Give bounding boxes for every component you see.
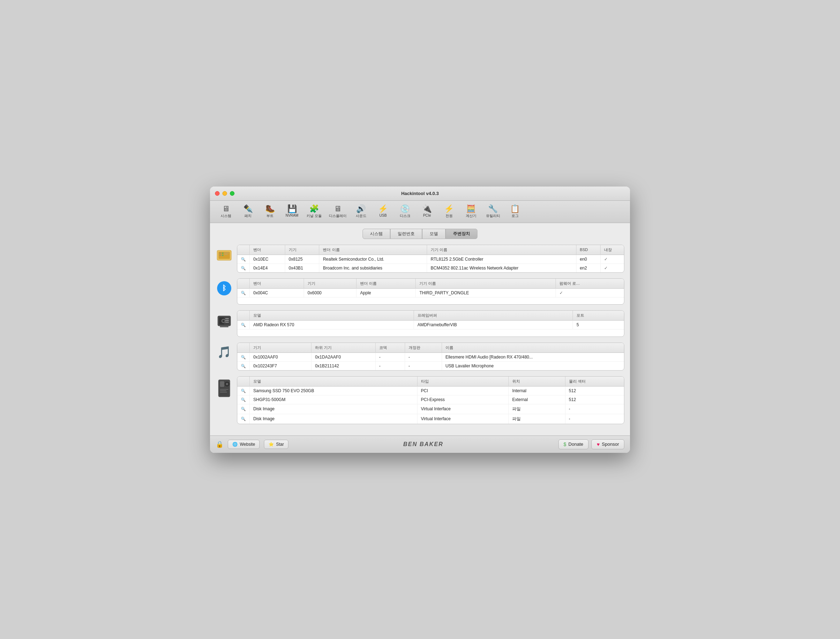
toolbar-item-kernel[interactable]: 🧩 키널 모듈 bbox=[304, 203, 325, 220]
network-col-devicename: 기기 이름 bbox=[427, 245, 576, 255]
table-row: 🔍 Samsung SSD 750 EVO 250GB PCI Internal… bbox=[237, 386, 624, 395]
network-col-vendorname: 벤더 이름 bbox=[319, 245, 427, 255]
device-cell: 0x8125 bbox=[285, 254, 319, 264]
bt-col-devicename: 기기 이름 bbox=[416, 279, 555, 289]
search-cell[interactable]: 🔍 bbox=[237, 395, 250, 404]
audio-icon: 🎵 bbox=[216, 345, 233, 359]
close-button[interactable] bbox=[215, 191, 220, 196]
gpu-col-model: 모델 bbox=[250, 311, 414, 321]
toolbar-item-sound[interactable]: 🔊 사운드 bbox=[351, 203, 371, 220]
storage-table-container: 모델 타입 위치 물리 섹터 🔍 Samsung SSD 750 EVO 250… bbox=[237, 376, 624, 424]
search-cell[interactable]: 🔍 bbox=[237, 254, 250, 264]
firmware-cell: ✓ bbox=[555, 288, 624, 297]
toolbar-item-system[interactable]: 🖥 시스템 bbox=[216, 203, 236, 220]
bt-col-search bbox=[237, 279, 250, 289]
bt-col-vendor: 벤더 bbox=[250, 279, 304, 289]
search-cell[interactable]: 🔍 bbox=[237, 321, 250, 329]
tab-system[interactable]: 시스템 bbox=[363, 229, 390, 239]
toolbar-item-usb[interactable]: ⚡ USB bbox=[373, 203, 393, 220]
search-cell[interactable]: 🔍 bbox=[237, 361, 250, 370]
location-cell: Internal bbox=[508, 386, 565, 395]
titlebar: Hackintool v4.0.3 bbox=[210, 186, 630, 201]
toolbar-item-display[interactable]: 🖥 디스플레이 bbox=[326, 203, 349, 220]
bluetooth-section: ᛒ 벤더 기기 벤더 이름 기기 이름 펌웨어 로… bbox=[216, 278, 624, 305]
audio-col-search bbox=[237, 343, 250, 353]
minimize-button[interactable] bbox=[223, 191, 227, 196]
devicename-cell: RTL8125 2.5GbE Controller bbox=[427, 254, 576, 264]
toolbar-item-disk[interactable]: 💿 디스크 bbox=[395, 203, 415, 220]
toolbar-item-pcie[interactable]: 🔌 PCIe bbox=[417, 203, 438, 220]
type-cell: PCI bbox=[417, 386, 508, 395]
sponsor-button[interactable]: ♥ Sponsor bbox=[591, 439, 624, 449]
audio-col-device: 기기 bbox=[250, 343, 312, 353]
star-label: Star bbox=[276, 442, 284, 447]
util-label: 유틸리티 bbox=[486, 213, 500, 218]
svg-rect-24 bbox=[220, 392, 227, 393]
network-section: 벤더 기기 벤더 이름 기기 이름 BSD 내장 🔍 0x10EC 0x812 bbox=[216, 245, 624, 273]
location-cell: External bbox=[508, 395, 565, 404]
table-row: 🔍 Disk Image Virtual Interface 파일 - bbox=[237, 404, 624, 414]
display-icon: 🖥 bbox=[334, 205, 342, 213]
sector-cell: 512 bbox=[565, 386, 624, 395]
search-cell[interactable]: 🔍 bbox=[237, 404, 250, 414]
toolbar-item-log[interactable]: 📋 로그 bbox=[505, 203, 525, 220]
revision-cell: - bbox=[405, 353, 442, 361]
subdevice-cell: 0x1DA2AAF0 bbox=[312, 353, 375, 361]
website-button[interactable]: 🌐 Website bbox=[228, 440, 260, 449]
search-cell[interactable]: 🔍 bbox=[237, 264, 250, 272]
audio-table: 기기 하위 기기 코덱 개정판 이름 🔍 0x1002AAF0 0x1DA2AA… bbox=[237, 343, 624, 370]
svg-rect-23 bbox=[220, 390, 226, 391]
toolbar: 🖥 시스템 ✒️ 패치 🥾 부트 💾 NVRAM 🧩 키널 모듈 🖥 디스플레이… bbox=[210, 201, 630, 223]
usb-label: USB bbox=[380, 213, 387, 217]
network-col-device: 기기 bbox=[285, 245, 319, 255]
donate-button[interactable]: $ Donate bbox=[558, 439, 589, 449]
usb-icon: ⚡ bbox=[378, 205, 388, 213]
content-area: 시스템 일련번호 모델 주변장치 bbox=[210, 223, 630, 436]
star-button[interactable]: ⭐ Star bbox=[264, 440, 288, 449]
toolbar-item-util[interactable]: 🔧 유틸리티 bbox=[483, 203, 503, 220]
vendorname-cell: Realtek Semiconductor Co., Ltd. bbox=[319, 254, 427, 264]
type-cell: Virtual Interface bbox=[417, 404, 508, 414]
toolbar-item-power[interactable]: ⚡ 전원 bbox=[439, 203, 460, 220]
maximize-button[interactable] bbox=[230, 191, 234, 196]
bluetooth-icon: ᛒ bbox=[216, 281, 233, 296]
bsd-cell: en2 bbox=[576, 264, 600, 272]
builtin-cell: ✓ bbox=[600, 254, 624, 264]
toolbar-item-patch[interactable]: ✒️ 패치 bbox=[238, 203, 258, 220]
storage-section: 모델 타입 위치 물리 섹터 🔍 Samsung SSD 750 EVO 250… bbox=[216, 376, 624, 424]
empty-row bbox=[237, 329, 624, 337]
codec-cell: - bbox=[375, 361, 405, 370]
window-title: Hackintool v4.0.3 bbox=[401, 191, 439, 196]
builtin-cell: ✓ bbox=[600, 264, 624, 272]
tab-serial[interactable]: 일련번호 bbox=[390, 229, 422, 239]
audio-table-container: 기기 하위 기기 코덱 개정판 이름 🔍 0x1002AAF0 0x1DA2AA… bbox=[237, 343, 624, 370]
storage-col-type: 타입 bbox=[417, 377, 508, 386]
tab-peripherals[interactable]: 주변장치 bbox=[445, 229, 477, 239]
sector-cell: - bbox=[565, 414, 624, 424]
search-cell[interactable]: 🔍 bbox=[237, 386, 250, 395]
nvram-label: NVRAM bbox=[286, 213, 298, 217]
toolbar-item-calc[interactable]: 🧮 계산기 bbox=[461, 203, 481, 220]
svg-rect-6 bbox=[224, 253, 229, 253]
toolbar-item-boot[interactable]: 🥾 부트 bbox=[260, 203, 280, 220]
toolbar-item-nvram[interactable]: 💾 NVRAM bbox=[282, 203, 302, 220]
codec-cell: - bbox=[375, 353, 405, 361]
table-row: 🔍 0x14E4 0x43B1 Broadcom Inc. and subsid… bbox=[237, 264, 624, 272]
location-cell: 파일 bbox=[508, 404, 565, 414]
search-cell[interactable]: 🔍 bbox=[237, 414, 250, 424]
search-cell[interactable]: 🔍 bbox=[237, 353, 250, 361]
system-icon: 🖥 bbox=[222, 205, 230, 213]
location-cell: 파일 bbox=[508, 414, 565, 424]
svg-rect-7 bbox=[224, 254, 228, 254]
svg-rect-4 bbox=[222, 253, 223, 254]
model-cell: AMD Radeon RX 570 bbox=[250, 321, 414, 329]
tab-model[interactable]: 모델 bbox=[422, 229, 445, 239]
audio-col-revision: 개정판 bbox=[405, 343, 442, 353]
svg-point-21 bbox=[226, 383, 228, 385]
table-row: 🔍 0x004C 0x6000 Apple THIRD_PARTY_DONGLE… bbox=[237, 288, 624, 297]
search-cell[interactable]: 🔍 bbox=[237, 288, 250, 297]
boot-label: 부트 bbox=[266, 213, 274, 218]
brand-text: BEN BAKER bbox=[293, 441, 554, 448]
device-cell: 0x102243F7 bbox=[250, 361, 312, 370]
devicename-cell: BCM4352 802.11ac Wireless Network Adapte… bbox=[427, 264, 576, 272]
